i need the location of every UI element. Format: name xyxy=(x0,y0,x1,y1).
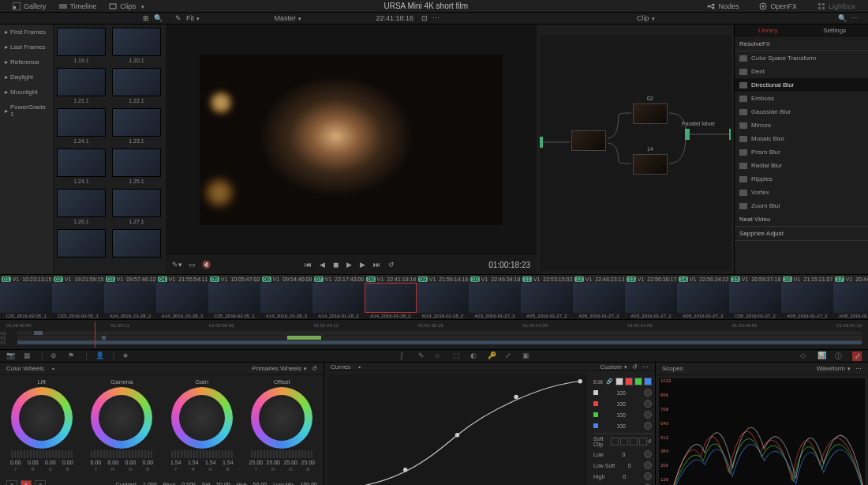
lift-wheel[interactable] xyxy=(11,387,73,449)
gallery-toggle[interactable]: Gallery xyxy=(6,2,53,10)
gallery-thumb[interactable]: 1.24.1 xyxy=(57,149,106,184)
flag-icon[interactable]: ⚑ xyxy=(68,352,77,361)
knob-lowsoft[interactable] xyxy=(644,461,652,469)
clip-strip[interactable]: 01V110:23:13:15C20_2016-02-05_102V119:21… xyxy=(0,274,868,319)
mini-timeline[interactable]: 01:00:00:0001:00:1101:00:30:0601:01:00:1… xyxy=(0,319,868,349)
fx-dent[interactable]: Dent xyxy=(735,65,868,78)
knob-R[interactable] xyxy=(644,400,652,408)
gallery-thumb[interactable]: 1.21.1 xyxy=(57,68,106,103)
image-wipe-icon[interactable]: ▭ xyxy=(189,261,196,269)
fx-options-icon[interactable]: ⋯ xyxy=(851,14,859,22)
tracker-icon[interactable]: ⬚ xyxy=(453,352,462,361)
knob-G[interactable] xyxy=(644,411,652,419)
star-icon[interactable]: ★ xyxy=(122,352,132,361)
viewer-canvas[interactable] xyxy=(166,24,537,255)
viewer-zoom[interactable]: Fit xyxy=(186,14,200,22)
clip-thumb[interactable]: 01V110:23:13:15C20_2016-02-05_1 xyxy=(0,275,52,319)
step-back-icon[interactable]: ◀ xyxy=(320,261,325,269)
timeline-icon[interactable]: ▦ xyxy=(24,352,33,361)
sidebar-last-frames[interactable]: ▸Last Frames xyxy=(0,39,53,55)
gallery-search[interactable]: 🔍 xyxy=(154,14,163,22)
node-graph-panel[interactable]: Parallel Mixer 02 14 xyxy=(537,24,734,274)
clip-thumb[interactable]: 15V120:58:37:18C05_2016-01-27_2 xyxy=(729,275,781,319)
gallery-thumb[interactable]: 1.25.1 xyxy=(112,149,161,184)
fx-color-space-transform[interactable]: Color Space Transform xyxy=(735,51,868,65)
sc-R[interactable] xyxy=(620,438,628,446)
gallery-search-icon[interactable]: ⊞ xyxy=(143,14,149,22)
viewer-bypass-icon[interactable]: ⊡ xyxy=(421,14,428,22)
knob-low[interactable] xyxy=(644,450,652,458)
sidebar-powergrade-1[interactable]: ▸PowerGrade 1 xyxy=(0,100,53,122)
node-02[interactable] xyxy=(633,103,668,124)
gallery-thumb[interactable]: 1.22.1 xyxy=(112,68,161,103)
expand-icon[interactable]: ⤢ xyxy=(852,352,862,361)
prev-clip-icon[interactable]: ⏮ xyxy=(305,261,312,269)
fx-vortex[interactable]: Vortex xyxy=(735,186,868,199)
clip-thumb[interactable]: 10V122:46:34:18A03_2016-01-27_2 xyxy=(469,275,521,319)
ab-A[interactable]: A xyxy=(6,480,17,485)
offset-wheel[interactable] xyxy=(251,387,312,449)
tab-settings[interactable]: Settings xyxy=(802,24,869,37)
clip-thumb[interactable]: 14V122:56:34:22A08_2016-01-27_2 xyxy=(677,275,729,319)
clip-thumb[interactable]: 16V121:15:21:07A08_2016-01-27_2 xyxy=(781,275,833,319)
stop-icon[interactable]: ◼ xyxy=(333,261,339,269)
fx-radial-blur[interactable]: Radial Blur xyxy=(735,159,868,172)
sidebar-daylight[interactable]: ▸Daylight xyxy=(0,70,53,85)
gamma-wheel[interactable] xyxy=(91,387,152,449)
gallery-thumb[interactable]: 1.27.1 xyxy=(112,189,161,224)
fx-directional-blur[interactable]: Directional Blur xyxy=(735,78,868,92)
knob-high[interactable] xyxy=(644,472,652,480)
clip-thumb[interactable]: 03V109:57:46:22A14_2016_01-28_2 xyxy=(104,275,156,319)
openfx-toggle[interactable]: OpenFX xyxy=(753,2,803,10)
viewer-picker-icon[interactable]: ✎ xyxy=(175,14,181,22)
fx-prism-blur[interactable]: Prism Blur xyxy=(735,145,868,159)
ch-B[interactable] xyxy=(644,378,652,385)
sc-G[interactable] xyxy=(630,438,638,446)
next-clip-icon[interactable]: ⏭ xyxy=(373,261,380,269)
curves-reset-icon[interactable]: ↺ xyxy=(632,363,638,370)
ch-Y[interactable] xyxy=(615,378,623,385)
sizing-icon[interactable]: ⤢ xyxy=(505,352,514,361)
curve-canvas[interactable] xyxy=(327,374,587,485)
gallery-thumb[interactable]: 1.20.1 xyxy=(112,28,161,63)
sidebar-moonlight[interactable]: ▸Moonlight xyxy=(0,85,53,100)
knob-Y[interactable] xyxy=(644,389,652,397)
node-label[interactable]: Clip xyxy=(637,14,655,22)
gallery-thumb[interactable]: 1.24.1 xyxy=(57,108,106,144)
user-icon[interactable]: 👤 xyxy=(95,352,105,361)
clip-thumb[interactable]: 09V121:56:14:16M14_2016-01-18_2 xyxy=(417,275,469,319)
ab-1[interactable]: 1 xyxy=(21,480,32,485)
sc-Y[interactable] xyxy=(611,438,619,446)
wheels-reset-icon[interactable]: ↺ xyxy=(312,365,317,372)
ab-2[interactable]: 2 xyxy=(35,480,46,485)
fx-mosaic-blur[interactable]: Mosaic Blur xyxy=(735,132,868,145)
ch-R[interactable] xyxy=(625,378,633,385)
node-01[interactable] xyxy=(571,130,606,151)
gamma-jog[interactable] xyxy=(91,450,152,458)
clip-thumb[interactable]: 06V109:54:40:08A14_2016_01-28_2 xyxy=(260,275,312,319)
curves-tab-icon[interactable]: ∫ xyxy=(401,352,410,361)
scopes-opts-icon[interactable]: ⋯ xyxy=(855,365,862,372)
lightbox-toggle[interactable]: Lightbox xyxy=(811,2,862,10)
keyframe-icon[interactable]: ◇ xyxy=(800,352,810,361)
scopes-mode[interactable]: Waveform xyxy=(817,365,851,372)
timeline-toggle[interactable]: Timeline xyxy=(53,2,103,10)
qualifier-icon[interactable]: ✎ xyxy=(418,352,428,361)
clip-thumb[interactable]: 17V120:44:10:09A08_2016-01-27_2 xyxy=(833,275,868,319)
gallery-thumb[interactable]: 1.23.1 xyxy=(112,108,161,144)
3d-icon[interactable]: ▣ xyxy=(522,352,532,361)
gallery-thumb[interactable] xyxy=(112,229,161,259)
clip-thumb[interactable]: 08V122:41:18:16A14_2016-01-28_2 xyxy=(365,275,417,319)
fx-gaussian-blur[interactable]: Gaussian Blur xyxy=(735,105,868,118)
softclip-reset-icon[interactable]: ↺ xyxy=(647,438,652,445)
target-icon[interactable]: ⊕ xyxy=(51,352,60,361)
clip-thumb[interactable]: 04V121:55:54:11A14_2016_01-28_2 xyxy=(156,275,208,319)
clips-toggle[interactable]: Clips xyxy=(103,2,151,10)
gallery-thumb[interactable] xyxy=(57,229,106,259)
lift-jog[interactable] xyxy=(11,450,73,458)
fx-mirrors[interactable]: Mirrors xyxy=(735,118,868,132)
gallery-thumb[interactable]: 1.26.1 xyxy=(57,189,106,224)
curves-opts-icon[interactable]: ⋯ xyxy=(642,363,649,370)
camera-icon[interactable]: 📷 xyxy=(6,352,16,361)
step-fwd-icon[interactable]: ▶ xyxy=(360,261,365,269)
